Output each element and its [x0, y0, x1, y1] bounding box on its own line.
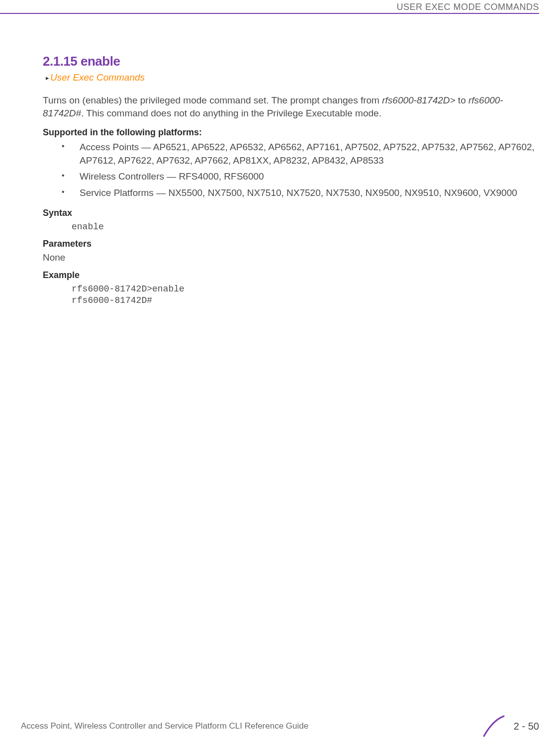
section-number: 2.1.15 — [43, 54, 77, 69]
platforms-list: Access Points — AP6521, AP6522, AP6532, … — [62, 141, 536, 199]
desc-mid: to — [456, 95, 468, 105]
syntax-heading: Syntax — [43, 208, 536, 218]
desc-prefix: Turns on (enables) the privileged mode c… — [43, 95, 382, 105]
desc-suffix: . This command does not do anything in t… — [81, 108, 381, 118]
footer-guide-title: Access Point, Wireless Controller and Se… — [21, 721, 308, 731]
desc-prompt1: rfs6000-81742D> — [382, 95, 455, 105]
page-footer: Access Point, Wireless Controller and Se… — [21, 715, 539, 737]
section-heading: 2.1.15 enable — [43, 54, 536, 69]
list-item: Service Platforms — NX5500, NX7500, NX75… — [62, 187, 536, 200]
header-divider — [0, 13, 539, 14]
chapter-title: USER EXEC MODE COMMANDS — [396, 2, 539, 12]
page-number: 2 - 50 — [514, 721, 539, 732]
section-description: Turns on (enables) the privileged mode c… — [43, 94, 536, 119]
example-code: rfs6000-81742D>enable rfs6000-81742D# — [72, 283, 536, 307]
section-title-text: enable — [81, 54, 120, 69]
parameters-value: None — [43, 252, 536, 263]
breadcrumb-text: User Exec Commands — [50, 72, 145, 83]
list-item: Access Points — AP6521, AP6522, AP6532, … — [62, 141, 536, 167]
breadcrumb-link[interactable]: ▸ User Exec Commands — [46, 72, 536, 83]
example-heading: Example — [43, 270, 536, 281]
swoosh-icon — [483, 715, 507, 737]
content-area: 2.1.15 enable ▸ User Exec Commands Turns… — [43, 54, 536, 313]
page-container: USER EXEC MODE COMMANDS 2.1.15 enable ▸ … — [0, 0, 560, 754]
list-item: Wireless Controllers — RFS4000, RFS6000 — [62, 170, 536, 184]
syntax-code: enable — [72, 221, 536, 233]
footer-right: 2 - 50 — [483, 715, 539, 737]
parameters-heading: Parameters — [43, 239, 536, 249]
arrow-right-icon: ▸ — [46, 74, 49, 82]
platforms-heading: Supported in the following platforms: — [43, 127, 536, 138]
